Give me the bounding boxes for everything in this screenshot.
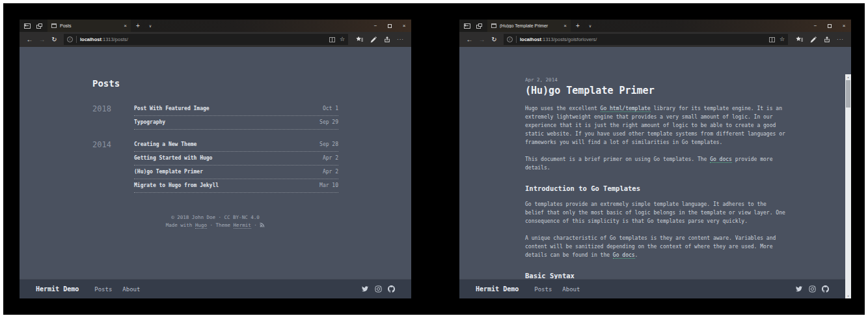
- tab-bar-spacer: [595, 20, 808, 32]
- post-title-link[interactable]: Typography: [134, 119, 165, 125]
- nav-link-about[interactable]: About: [562, 286, 580, 293]
- instagram-icon[interactable]: [375, 285, 382, 293]
- close-tab-icon[interactable]: ×: [562, 23, 567, 29]
- post-date: Mar 10: [319, 182, 338, 188]
- nav-link-posts[interactable]: Posts: [94, 286, 112, 293]
- site-brand-link[interactable]: Hermit Demo: [476, 285, 519, 293]
- post-list-item[interactable]: Post With Featured Image Oct 1: [134, 102, 338, 116]
- tab-dropdown-icon[interactable]: ∨: [585, 20, 595, 32]
- post-list-item[interactable]: (Hu)go Template Primer Apr 2: [134, 166, 338, 179]
- new-tab-button[interactable]: +: [571, 20, 585, 32]
- paragraph-text: A unique characteristic of Go templates …: [525, 235, 776, 258]
- address-divider: [516, 36, 517, 43]
- url-text[interactable]: localhost:1313/posts/goisforlovers/: [520, 36, 766, 42]
- share-icon[interactable]: [821, 36, 833, 43]
- tab-preview-icon[interactable]: [36, 23, 42, 29]
- close-tab-icon[interactable]: ×: [122, 23, 127, 29]
- site-brand-link[interactable]: Hermit Demo: [36, 285, 79, 293]
- footer-text: · Theme: [207, 222, 234, 228]
- github-icon[interactable]: [388, 285, 395, 293]
- maximize-icon: [828, 24, 832, 28]
- refresh-button[interactable]: ↻: [49, 36, 60, 43]
- nav-link-about[interactable]: About: [122, 286, 140, 293]
- reading-view-icon[interactable]: [769, 37, 775, 42]
- paragraph-text: .: [635, 252, 638, 258]
- close-window-button[interactable]: ×: [837, 20, 851, 32]
- rss-icon[interactable]: [260, 222, 265, 230]
- maximize-button[interactable]: [822, 20, 837, 32]
- post-list-item[interactable]: Getting Started with Hugo Apr 2: [134, 152, 338, 166]
- set-tabs-aside-icon[interactable]: [24, 23, 31, 29]
- scroll-up-icon[interactable]: ▴: [845, 74, 851, 80]
- copyright-line: © 2018 John Doe · CC BY-NC 4.0: [92, 214, 338, 222]
- more-options-icon[interactable]: ···: [394, 36, 407, 42]
- hugo-link[interactable]: Hugo: [195, 222, 207, 229]
- article-page: Apr 2, 2014 (Hu)go Template Primer Hugo …: [459, 47, 851, 279]
- tab-dropdown-icon[interactable]: ∨: [145, 20, 156, 32]
- go-docs-link[interactable]: Go docs: [710, 156, 732, 163]
- close-window-button[interactable]: ×: [397, 20, 411, 32]
- article-paragraph: This document is a brief primer on using…: [525, 155, 785, 172]
- reading-view-icon[interactable]: [329, 37, 335, 42]
- site-info-icon[interactable]: i: [67, 36, 73, 42]
- post-date: Apr 2: [323, 169, 338, 175]
- forward-button[interactable]: →: [476, 36, 487, 43]
- forward-button[interactable]: →: [36, 36, 47, 43]
- nav-link-posts[interactable]: Posts: [534, 286, 552, 293]
- back-button[interactable]: ←: [464, 36, 475, 43]
- year-label: 2018: [92, 102, 134, 130]
- twitter-icon[interactable]: [795, 285, 803, 293]
- browser-toolbar: ← → ↻ i localhost:1313/posts/ ☆ ···: [20, 32, 411, 47]
- hub-favorites-icon[interactable]: [793, 36, 806, 43]
- web-notes-pen-icon[interactable]: [367, 36, 379, 43]
- year-label: 2014: [92, 138, 134, 193]
- year-group-2018: 2018 Post With Featured Image Oct 1 Typo…: [92, 102, 338, 130]
- post-title-link[interactable]: Getting Started with Hugo: [134, 155, 212, 161]
- page-content: Apr 2, 2014 (Hu)go Template Primer Hugo …: [459, 47, 851, 298]
- post-list-item[interactable]: Creating a New Theme Sep 28: [134, 138, 338, 152]
- back-button[interactable]: ←: [24, 36, 35, 43]
- url-path: :1313/posts/goisforlovers/: [541, 36, 597, 42]
- go-docs-link[interactable]: Go docs: [613, 252, 635, 259]
- scrollbar-thumb[interactable]: [846, 80, 850, 108]
- refresh-button[interactable]: ↻: [489, 36, 500, 43]
- page-content: Posts 2018 Post With Featured Image Oct …: [20, 47, 411, 298]
- article-paragraph: Hugo uses the excellent Go html/template…: [525, 104, 785, 147]
- address-bar[interactable]: i localhost:1313/posts/ ☆: [64, 34, 348, 45]
- more-options-icon[interactable]: ···: [834, 36, 847, 42]
- set-tabs-aside-icon[interactable]: [464, 23, 470, 29]
- go-html-template-link[interactable]: Go html/template: [601, 106, 651, 112]
- url-text[interactable]: localhost:1313/posts/: [80, 36, 326, 42]
- browser-tab[interactable]: Posts ×: [47, 20, 131, 32]
- post-list-item[interactable]: Typography Sep 29: [134, 116, 338, 130]
- black-background: Posts × + ∨ − × ← → ↻ i localhost:1313/p…: [3, 3, 865, 315]
- tab-preview-icon[interactable]: [476, 23, 482, 29]
- hub-favorites-icon[interactable]: [353, 36, 366, 43]
- maximize-button[interactable]: [383, 20, 397, 32]
- new-tab-button[interactable]: +: [131, 20, 145, 32]
- favorites-star-icon[interactable]: ☆: [780, 36, 785, 42]
- page-scrollbar[interactable]: ▴ ▾: [845, 74, 851, 298]
- post-list-item[interactable]: Migrate to Hugo from Jekyll Mar 10: [134, 179, 338, 193]
- paragraph-text: library for its template engine. It is a…: [525, 106, 785, 145]
- post-date: Sep 28: [319, 141, 338, 147]
- post-title-link[interactable]: (Hu)go Template Primer: [134, 169, 203, 175]
- site-info-icon[interactable]: i: [507, 36, 513, 42]
- post-title-link[interactable]: Creating a New Theme: [134, 141, 197, 147]
- github-icon[interactable]: [822, 285, 829, 293]
- scroll-down-icon[interactable]: ▾: [845, 293, 851, 298]
- post-title-link[interactable]: Migrate to Hugo from Jekyll: [134, 182, 219, 188]
- hermit-theme-link[interactable]: Hermit: [234, 222, 251, 229]
- instagram-icon[interactable]: [809, 285, 816, 293]
- post-title-link[interactable]: Post With Featured Image: [134, 106, 210, 111]
- minimize-button[interactable]: −: [368, 20, 383, 32]
- browser-tab[interactable]: (Hu)go Template Primer ×: [487, 20, 571, 32]
- page-favicon-icon: [51, 23, 57, 28]
- web-notes-pen-icon[interactable]: [807, 36, 819, 43]
- twitter-icon[interactable]: [361, 285, 369, 293]
- address-bar[interactable]: i localhost:1313/posts/goisforlovers/ ☆: [504, 34, 788, 45]
- favorites-star-icon[interactable]: ☆: [340, 36, 345, 42]
- site-nav-bar: Hermit Demo Posts About: [20, 279, 411, 298]
- minimize-button[interactable]: −: [808, 20, 822, 32]
- share-icon[interactable]: [381, 36, 393, 43]
